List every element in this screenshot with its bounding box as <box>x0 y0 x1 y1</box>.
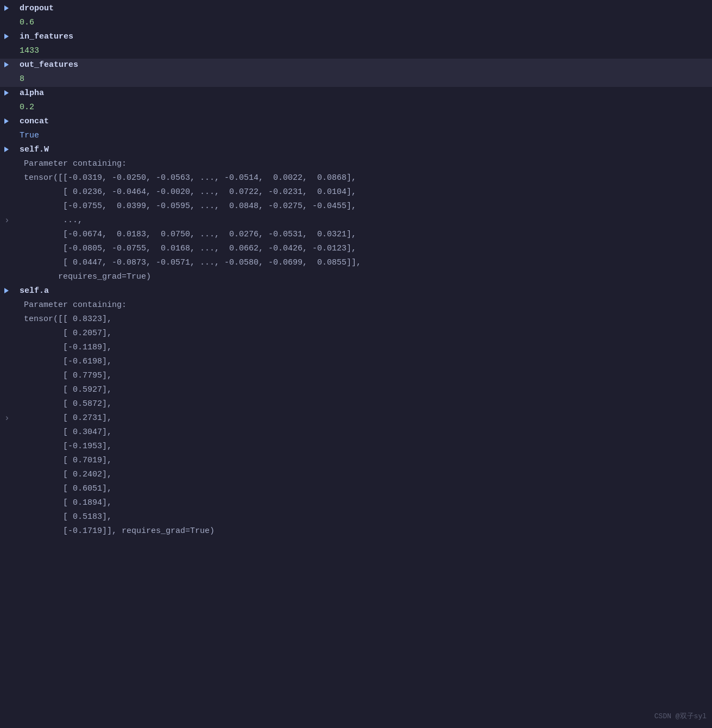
line-19: requires_grad=True) <box>0 271 712 285</box>
text-content: [ 0.5927], <box>20 384 112 397</box>
text-content: [ 0.2402], <box>20 468 112 481</box>
line-16: [-0.0674, 0.0183, 0.0750, ..., 0.0276, -… <box>0 228 712 242</box>
line-15: › ..., <box>0 214 712 228</box>
value-label: 0.2 <box>20 101 34 114</box>
line-35: [ 0.1894], <box>0 497 712 511</box>
line-7: 0.2 <box>0 101 712 115</box>
text-content: Parameter containing: <box>20 299 127 312</box>
line-25: [-0.6198], <box>0 355 712 369</box>
line-2: in_features <box>0 30 712 45</box>
text-content: [-0.0805, -0.0755, 0.0168, ..., 0.0662, … <box>20 242 356 255</box>
text-content: [ 0.2057], <box>20 327 112 340</box>
line-10: self.W <box>0 143 712 158</box>
text-content: requires_grad=True) <box>20 271 151 284</box>
line-30: [ 0.3047], <box>0 426 712 440</box>
line-31: [-0.1953], <box>0 440 712 454</box>
line-24: [-0.1189], <box>0 341 712 355</box>
text-content: tensor([[ 0.8323], <box>20 313 112 326</box>
line-23: [ 0.2057], <box>0 327 712 341</box>
line-18: [ 0.0447, -0.0873, -0.0571, ..., -0.0580… <box>0 256 712 271</box>
line-6: alpha <box>0 87 712 101</box>
line-9: True <box>0 129 712 143</box>
arrow-icon <box>4 59 20 71</box>
arrow-icon <box>4 2 20 15</box>
expand-icon[interactable]: › <box>4 214 15 228</box>
arrow-icon <box>4 30 20 43</box>
text-content: [-0.1719]], requires_grad=True) <box>20 525 215 538</box>
line-26: [ 0.7795], <box>0 369 712 384</box>
text-content: [-0.6198], <box>20 355 112 368</box>
arrow-icon <box>4 87 20 99</box>
text-content: [ 0.5872], <box>20 398 112 411</box>
debug-output: dropout0.6in_features1433out_features8al… <box>0 0 712 541</box>
key-label: alpha <box>20 87 44 100</box>
text-content: ..., <box>20 214 83 227</box>
line-33: [ 0.2402], <box>0 468 712 482</box>
line-17: [-0.0805, -0.0755, 0.0168, ..., 0.0662, … <box>0 242 712 256</box>
text-content: [ 0.2731], <box>20 412 112 425</box>
line-4: out_features <box>0 59 712 73</box>
line-29: › [ 0.2731], <box>0 412 712 426</box>
line-0: dropout <box>0 2 712 16</box>
key-label: concat <box>20 115 49 128</box>
value-label: 8 <box>20 73 24 86</box>
value-label: 1433 <box>20 45 39 58</box>
line-37: [-0.1719]], requires_grad=True) <box>0 525 712 539</box>
text-content: [-0.1953], <box>20 440 112 453</box>
watermark: CSDN @双子syl <box>654 711 707 723</box>
line-20: self.a <box>0 285 712 299</box>
line-27: [ 0.5927], <box>0 384 712 398</box>
text-content: [ 0.7795], <box>20 369 112 382</box>
key-label: self.a <box>20 285 49 298</box>
line-22: tensor([[ 0.8323], <box>0 313 712 327</box>
value-label: True <box>20 129 39 142</box>
line-1: 0.6 <box>0 16 712 30</box>
text-content: [-0.1189], <box>20 341 112 354</box>
line-13: [ 0.0236, -0.0464, -0.0020, ..., 0.0722,… <box>0 186 712 200</box>
text-content: [ 0.0236, -0.0464, -0.0020, ..., 0.0722,… <box>20 186 356 199</box>
arrow-icon <box>4 115 20 128</box>
line-36: [ 0.5183], <box>0 511 712 525</box>
key-label: self.W <box>20 143 49 156</box>
key-label: out_features <box>20 59 78 72</box>
text-content: tensor([[-0.0319, -0.0250, -0.0563, ...,… <box>20 172 356 185</box>
line-21: Parameter containing: <box>0 299 712 313</box>
text-content: [ 0.5183], <box>20 511 112 524</box>
line-5: 8 <box>0 73 712 87</box>
expand-icon[interactable]: › <box>4 412 15 426</box>
text-content: [ 0.0447, -0.0873, -0.0571, ..., -0.0580… <box>20 256 361 269</box>
line-34: [ 0.6051], <box>0 482 712 497</box>
text-content: [ 0.1894], <box>20 497 112 510</box>
text-content: [ 0.7019], <box>20 454 112 467</box>
arrow-icon <box>4 143 20 156</box>
text-content: Parameter containing: <box>20 158 127 171</box>
line-3: 1433 <box>0 45 712 59</box>
line-11: Parameter containing: <box>0 158 712 172</box>
text-content: [-0.0674, 0.0183, 0.0750, ..., 0.0276, -… <box>20 228 356 241</box>
line-32: [ 0.7019], <box>0 454 712 468</box>
text-content: [ 0.6051], <box>20 482 112 495</box>
line-12: tensor([[-0.0319, -0.0250, -0.0563, ...,… <box>0 172 712 186</box>
text-content: [-0.0755, 0.0399, -0.0595, ..., 0.0848, … <box>20 200 356 213</box>
key-label: in_features <box>20 30 73 43</box>
line-14: [-0.0755, 0.0399, -0.0595, ..., 0.0848, … <box>0 200 712 214</box>
line-8: concat <box>0 115 712 129</box>
text-content: [ 0.3047], <box>20 426 112 439</box>
arrow-icon <box>4 285 20 297</box>
value-label: 0.6 <box>20 16 34 29</box>
line-28: [ 0.5872], <box>0 398 712 412</box>
key-label: dropout <box>20 2 54 15</box>
